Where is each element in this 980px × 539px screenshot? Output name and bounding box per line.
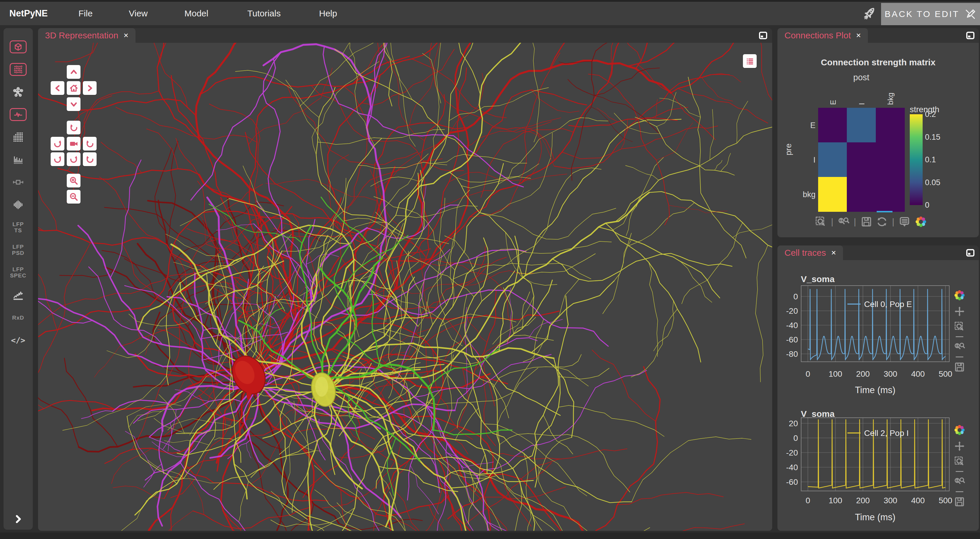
sidebar-item-python-console[interactable]: </> bbox=[3, 332, 33, 348]
rotate-ccw-button[interactable] bbox=[51, 137, 64, 151]
menu-view[interactable]: View bbox=[129, 2, 148, 25]
plot-sidebar: LFPTSLFPPSDLFPSPECRxD</> bbox=[3, 28, 33, 529]
tab-close-icon[interactable]: × bbox=[124, 31, 128, 40]
pan-move-icon[interactable] bbox=[954, 440, 965, 452]
viewer-tab-bar: 3D Representation × bbox=[38, 28, 772, 43]
tab-label: Connections Plot bbox=[784, 30, 851, 40]
sidebar-item-lfp-psd[interactable]: LFPPSD bbox=[3, 242, 33, 258]
svg-text:-60: -60 bbox=[786, 335, 798, 344]
zoom-out-button[interactable] bbox=[67, 190, 81, 204]
heatmap-cell-bkg-E[interactable] bbox=[818, 177, 847, 212]
roll-cw-button[interactable] bbox=[83, 152, 97, 166]
connections-plot-body: Connection strength matrix post EIbkg EI… bbox=[778, 43, 979, 237]
colorbar-tick: 0.05 bbox=[925, 178, 940, 187]
tab-label: Cell traces bbox=[784, 248, 826, 258]
svg-text:Cell 2, Pop I: Cell 2, Pop I bbox=[864, 429, 909, 438]
heatmap-row-label-bkg: bkg bbox=[794, 190, 816, 199]
sidebar-item-lfp-spectrogram[interactable]: LFPSPEC bbox=[3, 264, 33, 281]
svg-text:-20: -20 bbox=[786, 448, 798, 457]
tab-close-icon[interactable]: × bbox=[831, 248, 836, 257]
tab-cell-traces[interactable]: Cell traces × bbox=[778, 246, 843, 260]
heatmap-cell-I-bkg[interactable] bbox=[876, 142, 905, 177]
sidebar-item-connections-plot[interactable] bbox=[3, 61, 33, 78]
neuron-3d-scene[interactable] bbox=[38, 43, 772, 531]
svg-text:20: 20 bbox=[789, 419, 798, 428]
pan-right-button[interactable] bbox=[83, 81, 97, 95]
tab-close-icon[interactable]: × bbox=[856, 31, 861, 40]
sidebar-item-grid-plot[interactable] bbox=[3, 174, 33, 190]
sidebar-item-cell-traces[interactable] bbox=[3, 106, 33, 123]
color-palette-icon[interactable] bbox=[914, 215, 928, 228]
viewer-3d-canvas[interactable] bbox=[38, 43, 772, 531]
svg-text:-40: -40 bbox=[786, 321, 798, 330]
pan-down-button[interactable] bbox=[67, 97, 81, 111]
menu-help[interactable]: Help bbox=[319, 2, 337, 25]
heatmap-cell-I-I[interactable] bbox=[847, 142, 876, 177]
heatmap-cell-E-I[interactable] bbox=[847, 108, 876, 143]
camera-button[interactable] bbox=[67, 137, 81, 151]
save-plot-icon[interactable] bbox=[861, 216, 872, 228]
heatmap-cell-E-E[interactable] bbox=[818, 108, 847, 143]
back-to-edit-button[interactable]: BACK TO EDIT bbox=[881, 3, 980, 25]
svg-text:200: 200 bbox=[856, 369, 870, 378]
cube3d-icon bbox=[10, 40, 27, 53]
tab-label: 3D Representation bbox=[45, 30, 118, 40]
sidebar-item-spike-histogram[interactable] bbox=[3, 151, 33, 168]
menu-model[interactable]: Model bbox=[185, 2, 208, 25]
pan-up-button[interactable] bbox=[67, 65, 81, 79]
sidebar-item-granger-plot[interactable] bbox=[3, 287, 33, 303]
sidebar-item-lfp-timeseries[interactable]: LFPTS bbox=[3, 219, 33, 236]
zoom-in-out-icon[interactable] bbox=[838, 216, 850, 228]
pan-left-button[interactable] bbox=[51, 81, 64, 95]
rotate-z-button[interactable] bbox=[67, 121, 81, 134]
wave-icon bbox=[12, 199, 25, 210]
pan-move-icon[interactable] bbox=[954, 306, 965, 317]
roll-ccw-button[interactable] bbox=[51, 152, 64, 166]
svg-text:-80: -80 bbox=[786, 349, 798, 359]
network-icon bbox=[12, 86, 25, 97]
zoom-select-icon[interactable] bbox=[954, 456, 965, 467]
sidebar-item-rxd-concentration[interactable]: RxD bbox=[3, 309, 33, 326]
rocket-launch-icon[interactable] bbox=[861, 5, 878, 22]
color-palette-icon[interactable] bbox=[953, 289, 966, 302]
menu-file[interactable]: File bbox=[78, 2, 92, 25]
svg-text:-20: -20 bbox=[786, 306, 798, 316]
connection-strength-heatmap[interactable] bbox=[818, 108, 904, 212]
zoom-in-out-icon[interactable] bbox=[954, 476, 965, 487]
maximize-icon[interactable] bbox=[758, 31, 768, 40]
save-plot-icon[interactable] bbox=[954, 362, 965, 373]
sidebar-item-raster-plot[interactable] bbox=[3, 129, 33, 145]
svg-text:-60: -60 bbox=[786, 477, 798, 486]
trace-plot-cell2: 200-20-40-600100200300400500Time (ms)Cel… bbox=[778, 415, 979, 531]
svg-text:Time (ms): Time (ms) bbox=[855, 385, 896, 395]
sidebar-item-2d-net-plot[interactable] bbox=[3, 84, 33, 100]
color-palette-icon[interactable] bbox=[953, 424, 966, 437]
maximize-icon[interactable] bbox=[966, 31, 975, 40]
zoom-in-out-icon[interactable] bbox=[954, 341, 965, 352]
zoom-select-icon[interactable] bbox=[954, 321, 965, 332]
sidebar-item-3d-representation[interactable] bbox=[3, 39, 33, 55]
sidebar-item-spike-stats[interactable] bbox=[3, 196, 33, 213]
svg-text:Cell 0, Pop E: Cell 0, Pop E bbox=[864, 300, 912, 309]
save-plot-icon[interactable] bbox=[954, 496, 965, 507]
scene-legend-menu-button[interactable] bbox=[743, 54, 757, 68]
zoom-in-button[interactable] bbox=[67, 174, 81, 188]
maximize-icon[interactable] bbox=[966, 248, 975, 257]
rotate-cw-button[interactable] bbox=[83, 137, 97, 151]
heatmap-cell-bkg-bkg[interactable] bbox=[876, 177, 905, 212]
tooltip-toggle-icon[interactable] bbox=[899, 216, 910, 228]
menu-tutorials[interactable]: Tutorials bbox=[247, 2, 281, 25]
plot-toolbar: | | | bbox=[815, 215, 928, 228]
heatmap-col-label-E: E bbox=[829, 100, 838, 105]
sidebar-expand-button[interactable] bbox=[3, 511, 33, 527]
chevron-right-icon bbox=[13, 514, 24, 525]
refresh-plot-icon[interactable] bbox=[876, 216, 888, 228]
heatmap-cell-bkg-I[interactable] bbox=[847, 177, 876, 212]
heatmap-cell-E-bkg[interactable] bbox=[876, 108, 905, 143]
tab-connections-plot[interactable]: Connections Plot × bbox=[778, 28, 868, 43]
zoom-select-icon[interactable] bbox=[815, 216, 827, 228]
heatmap-cell-I-E[interactable] bbox=[818, 142, 847, 177]
tab-3d-representation[interactable]: 3D Representation × bbox=[38, 28, 135, 43]
reset-rotation-button[interactable] bbox=[67, 152, 81, 166]
home-view-button[interactable] bbox=[67, 81, 81, 95]
